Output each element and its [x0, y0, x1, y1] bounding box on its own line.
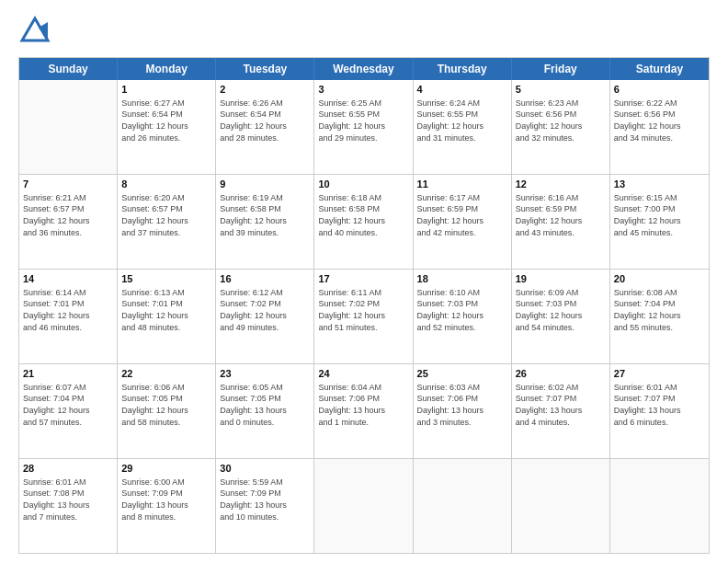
- calendar-cell: 13Sunrise: 6:15 AM Sunset: 7:00 PM Dayli…: [610, 175, 709, 269]
- calendar-cell: [314, 459, 413, 553]
- day-number: 25: [417, 367, 507, 381]
- calendar: SundayMondayTuesdayWednesdayThursdayFrid…: [18, 57, 710, 554]
- day-info: Sunrise: 6:27 AM Sunset: 6:54 PM Dayligh…: [121, 98, 211, 144]
- calendar-cell: 14Sunrise: 6:14 AM Sunset: 7:01 PM Dayli…: [19, 270, 118, 363]
- day-number: 28: [23, 462, 113, 476]
- day-info: Sunrise: 6:08 AM Sunset: 7:04 PM Dayligh…: [614, 287, 705, 333]
- calendar-cell: 28Sunrise: 6:01 AM Sunset: 7:08 PM Dayli…: [19, 459, 118, 553]
- calendar-cell: 11Sunrise: 6:17 AM Sunset: 6:59 PM Dayli…: [414, 175, 512, 269]
- day-number: 15: [121, 272, 211, 286]
- day-info: Sunrise: 6:26 AM Sunset: 6:54 PM Dayligh…: [220, 98, 310, 144]
- calendar-cell: 15Sunrise: 6:13 AM Sunset: 7:01 PM Dayli…: [118, 270, 216, 363]
- calendar-cell: 6Sunrise: 6:22 AM Sunset: 6:56 PM Daylig…: [610, 80, 709, 174]
- day-number: 22: [121, 367, 211, 381]
- logo-icon: [18, 15, 51, 48]
- day-number: 7: [23, 178, 113, 191]
- day-number: 27: [614, 367, 705, 381]
- day-number: 6: [614, 83, 705, 97]
- calendar-cell: 16Sunrise: 6:12 AM Sunset: 7:02 PM Dayli…: [216, 270, 314, 363]
- day-info: Sunrise: 6:00 AM Sunset: 7:09 PM Dayligh…: [121, 477, 211, 523]
- day-number: 11: [417, 178, 507, 191]
- day-info: Sunrise: 6:01 AM Sunset: 7:07 PM Dayligh…: [614, 382, 705, 428]
- day-info: Sunrise: 6:15 AM Sunset: 7:00 PM Dayligh…: [614, 192, 705, 238]
- day-info: Sunrise: 6:02 AM Sunset: 7:07 PM Dayligh…: [516, 382, 606, 428]
- day-info: Sunrise: 6:17 AM Sunset: 6:59 PM Dayligh…: [417, 192, 507, 238]
- weekday-header: Saturday: [610, 58, 709, 80]
- day-number: 17: [318, 272, 408, 286]
- day-number: 10: [318, 178, 408, 191]
- day-number: 30: [220, 462, 310, 476]
- calendar-cell: 27Sunrise: 6:01 AM Sunset: 7:07 PM Dayli…: [610, 364, 709, 458]
- day-info: Sunrise: 6:24 AM Sunset: 6:55 PM Dayligh…: [417, 98, 507, 144]
- day-number: 29: [121, 462, 211, 476]
- calendar-cell: 17Sunrise: 6:11 AM Sunset: 7:02 PM Dayli…: [314, 270, 413, 363]
- day-info: Sunrise: 6:16 AM Sunset: 6:59 PM Dayligh…: [516, 192, 606, 238]
- day-number: 14: [23, 272, 113, 286]
- calendar-cell: 1Sunrise: 6:27 AM Sunset: 6:54 PM Daylig…: [118, 80, 216, 174]
- weekday-header: Thursday: [414, 58, 512, 80]
- day-info: Sunrise: 6:25 AM Sunset: 6:55 PM Dayligh…: [318, 98, 408, 144]
- day-info: Sunrise: 5:59 AM Sunset: 7:09 PM Dayligh…: [220, 477, 310, 523]
- day-info: Sunrise: 6:13 AM Sunset: 7:01 PM Dayligh…: [121, 287, 211, 333]
- page-header: [18, 15, 710, 48]
- day-number: 1: [121, 83, 211, 97]
- calendar-cell: [19, 80, 118, 174]
- calendar-row: 28Sunrise: 6:01 AM Sunset: 7:08 PM Dayli…: [19, 459, 709, 553]
- day-info: Sunrise: 6:10 AM Sunset: 7:03 PM Dayligh…: [417, 287, 507, 333]
- weekday-header: Tuesday: [216, 58, 314, 80]
- day-number: 5: [516, 83, 606, 97]
- calendar-cell: 9Sunrise: 6:19 AM Sunset: 6:58 PM Daylig…: [216, 175, 314, 269]
- calendar-cell: [512, 459, 610, 553]
- calendar-cell: 18Sunrise: 6:10 AM Sunset: 7:03 PM Dayli…: [414, 270, 512, 363]
- day-number: 21: [23, 367, 113, 381]
- day-info: Sunrise: 6:04 AM Sunset: 7:06 PM Dayligh…: [318, 382, 408, 428]
- day-info: Sunrise: 6:20 AM Sunset: 6:57 PM Dayligh…: [121, 192, 211, 238]
- day-info: Sunrise: 6:06 AM Sunset: 7:05 PM Dayligh…: [121, 382, 211, 428]
- calendar-cell: 26Sunrise: 6:02 AM Sunset: 7:07 PM Dayli…: [512, 364, 610, 458]
- calendar-cell: 22Sunrise: 6:06 AM Sunset: 7:05 PM Dayli…: [118, 364, 216, 458]
- calendar-cell: 23Sunrise: 6:05 AM Sunset: 7:05 PM Dayli…: [216, 364, 314, 458]
- calendar-cell: 10Sunrise: 6:18 AM Sunset: 6:58 PM Dayli…: [314, 175, 413, 269]
- day-info: Sunrise: 6:12 AM Sunset: 7:02 PM Dayligh…: [220, 287, 310, 333]
- day-number: 8: [121, 178, 211, 191]
- day-info: Sunrise: 6:14 AM Sunset: 7:01 PM Dayligh…: [23, 287, 113, 333]
- calendar-row: 14Sunrise: 6:14 AM Sunset: 7:01 PM Dayli…: [19, 270, 709, 364]
- day-info: Sunrise: 6:22 AM Sunset: 6:56 PM Dayligh…: [614, 98, 705, 144]
- calendar-row: 7Sunrise: 6:21 AM Sunset: 6:57 PM Daylig…: [19, 175, 709, 270]
- day-info: Sunrise: 6:03 AM Sunset: 7:06 PM Dayligh…: [417, 382, 507, 428]
- weekday-header: Sunday: [19, 58, 118, 80]
- calendar-cell: 24Sunrise: 6:04 AM Sunset: 7:06 PM Dayli…: [314, 364, 413, 458]
- calendar-cell: 21Sunrise: 6:07 AM Sunset: 7:04 PM Dayli…: [19, 364, 118, 458]
- calendar-cell: 30Sunrise: 5:59 AM Sunset: 7:09 PM Dayli…: [216, 459, 314, 553]
- day-info: Sunrise: 6:09 AM Sunset: 7:03 PM Dayligh…: [516, 287, 606, 333]
- calendar-cell: [414, 459, 512, 553]
- day-info: Sunrise: 6:18 AM Sunset: 6:58 PM Dayligh…: [318, 192, 408, 238]
- day-info: Sunrise: 6:19 AM Sunset: 6:58 PM Dayligh…: [220, 192, 310, 238]
- day-number: 16: [220, 272, 310, 286]
- calendar-cell: 25Sunrise: 6:03 AM Sunset: 7:06 PM Dayli…: [414, 364, 512, 458]
- day-number: 19: [516, 272, 606, 286]
- day-number: 12: [516, 178, 606, 191]
- weekday-header: Friday: [512, 58, 610, 80]
- calendar-cell: 2Sunrise: 6:26 AM Sunset: 6:54 PM Daylig…: [216, 80, 314, 174]
- calendar-cell: 20Sunrise: 6:08 AM Sunset: 7:04 PM Dayli…: [610, 270, 709, 363]
- day-info: Sunrise: 6:11 AM Sunset: 7:02 PM Dayligh…: [318, 287, 408, 333]
- day-number: 2: [220, 83, 310, 97]
- calendar-cell: [610, 459, 709, 553]
- calendar-cell: 4Sunrise: 6:24 AM Sunset: 6:55 PM Daylig…: [414, 80, 512, 174]
- calendar-header: SundayMondayTuesdayWednesdayThursdayFrid…: [19, 58, 709, 80]
- weekday-header: Monday: [118, 58, 216, 80]
- day-number: 13: [614, 178, 705, 191]
- day-number: 3: [318, 83, 408, 97]
- weekday-header: Wednesday: [314, 58, 413, 80]
- calendar-cell: 8Sunrise: 6:20 AM Sunset: 6:57 PM Daylig…: [118, 175, 216, 269]
- day-number: 20: [614, 272, 705, 286]
- calendar-cell: 7Sunrise: 6:21 AM Sunset: 6:57 PM Daylig…: [19, 175, 118, 269]
- calendar-body: 1Sunrise: 6:27 AM Sunset: 6:54 PM Daylig…: [19, 80, 709, 553]
- calendar-cell: 12Sunrise: 6:16 AM Sunset: 6:59 PM Dayli…: [512, 175, 610, 269]
- day-info: Sunrise: 6:21 AM Sunset: 6:57 PM Dayligh…: [23, 192, 113, 238]
- day-info: Sunrise: 6:01 AM Sunset: 7:08 PM Dayligh…: [23, 477, 113, 523]
- calendar-cell: 19Sunrise: 6:09 AM Sunset: 7:03 PM Dayli…: [512, 270, 610, 363]
- calendar-cell: 3Sunrise: 6:25 AM Sunset: 6:55 PM Daylig…: [314, 80, 413, 174]
- day-info: Sunrise: 6:07 AM Sunset: 7:04 PM Dayligh…: [23, 382, 113, 428]
